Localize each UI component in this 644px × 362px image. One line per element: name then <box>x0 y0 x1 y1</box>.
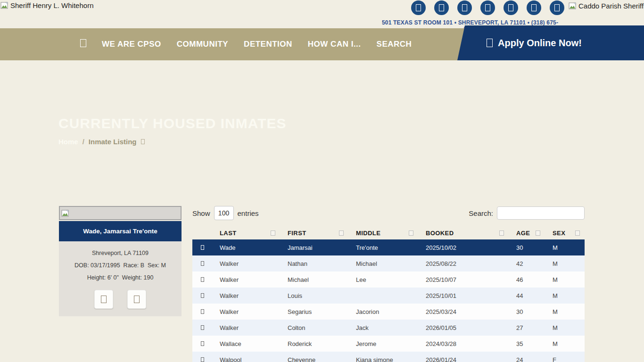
inmate-photo-placeholder <box>59 206 182 220</box>
inmate-dob-race-sex: DOB: 03/17/1995 Race: B Sex: M <box>59 259 182 272</box>
column-header-age[interactable]: AGE <box>509 230 545 237</box>
missing-glyph-icon <box>531 4 537 11</box>
page: Sheriff Henry L. Whitehorn Caddo Parish … <box>0 0 644 362</box>
social-icon-5[interactable] <box>504 0 518 15</box>
column-header-last[interactable]: LAST <box>212 230 280 237</box>
entries-label: entries <box>238 209 259 217</box>
row-expand-icon[interactable] <box>192 309 212 314</box>
page-length-select[interactable]: 100 <box>214 206 234 220</box>
table-row[interactable]: WalkerLouis2025/10/0144M <box>192 288 585 304</box>
column-header-first[interactable]: FIRST <box>280 230 348 237</box>
cell-middle: Jerome <box>348 340 418 347</box>
table-row[interactable]: WallaceRoderickJerome2024/03/2835M <box>192 336 585 352</box>
cell-sex: M <box>545 276 585 283</box>
cell-last: Walker <box>212 324 280 331</box>
social-icon-3[interactable] <box>457 0 472 15</box>
cell-last: Walker <box>212 276 280 283</box>
inmate-table-body: WadeJamarsaiTre'onte2025/10/0230MWalkerN… <box>192 239 585 362</box>
cell-last: Walpool <box>212 356 280 362</box>
column-header-booked[interactable]: BOOKED <box>418 230 509 237</box>
row-expand-icon[interactable] <box>192 357 212 362</box>
social-icon-2[interactable] <box>434 0 449 15</box>
sheriff-logo-link[interactable]: Sheriff Henry L. Whitehorn <box>0 1 93 9</box>
cell-booked: 2025/03/24 <box>418 308 509 315</box>
apply-online-button[interactable]: Apply Online Now! <box>457 25 644 60</box>
cell-middle: Lee <box>348 276 418 283</box>
cell-first: Nathan <box>280 260 348 267</box>
nav-item-how-can-i[interactable]: HOW CAN I... <box>308 40 361 49</box>
social-icon-6[interactable] <box>527 0 541 15</box>
missing-glyph-icon <box>201 309 204 314</box>
cell-age: 27 <box>509 324 545 331</box>
table-row[interactable]: WalkerMichaelLee2025/10/0746M <box>192 272 585 288</box>
social-icon-4[interactable] <box>480 0 495 15</box>
cell-sex: F <box>545 356 585 362</box>
breadcrumb-home-link[interactable]: Home <box>58 138 78 146</box>
social-icon-7[interactable] <box>550 0 564 15</box>
cell-age: 35 <box>509 340 545 347</box>
row-expand-icon[interactable] <box>192 261 212 266</box>
table-row[interactable]: WalkerColtonJack2026/01/0527M <box>192 320 585 336</box>
missing-glyph-icon <box>508 4 513 11</box>
nav-item-detention[interactable]: DETENTION <box>244 40 292 49</box>
breadcrumb-current: Inmate Listing <box>89 138 137 146</box>
cell-age: 30 <box>509 244 545 251</box>
inmate-action-button-2[interactable] <box>127 290 146 309</box>
cell-first: Segarius <box>280 308 348 315</box>
table-row[interactable]: WalpoolCheyenneKiana simone2026/01/2424F <box>192 352 585 362</box>
missing-glyph-icon <box>201 261 204 266</box>
table-row[interactable]: WadeJamarsaiTre'onte2025/10/0230M <box>192 239 585 255</box>
social-links <box>411 0 564 15</box>
table-header: LAST FIRST MIDDLE BOOKED AGE SEX <box>192 226 585 239</box>
page-length-control: Show 100 entries <box>192 206 259 220</box>
search-label: Search: <box>469 209 493 217</box>
row-expand-icon[interactable] <box>192 341 212 346</box>
column-header-middle[interactable]: MIDDLE <box>348 230 418 237</box>
inmate-action-button-1[interactable] <box>94 290 113 309</box>
nav-item-we-are-cpso[interactable]: WE ARE CPSO <box>102 40 161 49</box>
sort-icon <box>536 230 540 236</box>
row-expand-icon[interactable] <box>192 293 212 298</box>
cell-age: 24 <box>509 356 545 362</box>
cell-booked: 2026/01/05 <box>418 324 509 331</box>
cell-middle: Jack <box>348 324 418 331</box>
inmate-location: Shreveport, LA 71109 <box>59 247 182 259</box>
missing-glyph-icon <box>201 277 204 282</box>
missing-glyph-icon <box>80 39 86 47</box>
missing-glyph-icon <box>201 341 204 346</box>
sort-icon <box>409 230 413 236</box>
cell-booked: 2024/03/28 <box>418 340 509 347</box>
nav-item-community[interactable]: COMMUNITY <box>177 40 228 49</box>
table-row[interactable]: WalkerNathanMichael2025/08/2242M <box>192 255 585 272</box>
missing-glyph-icon <box>201 357 204 362</box>
cell-sex: M <box>545 244 585 251</box>
caddo-parish-logo-link[interactable]: Caddo Parish Sheriff <box>569 2 644 10</box>
cell-sex: M <box>545 308 585 315</box>
main-navbar: WE ARE CPSO COMMUNITY DETENTION HOW CAN … <box>0 28 644 60</box>
cell-middle: Michael <box>348 260 418 267</box>
home-icon[interactable] <box>80 39 86 49</box>
breadcrumb: Home / Inmate Listing <box>58 138 145 146</box>
inmate-height-weight: Height: 6' 0" Weight: 190 <box>59 272 182 284</box>
breadcrumb-separator: / <box>83 138 84 146</box>
page-title: CURRENTLY HOUSED INMATES <box>58 115 287 132</box>
sort-icon <box>339 230 344 236</box>
row-expand-icon[interactable] <box>192 325 212 330</box>
broken-image-icon <box>569 2 577 10</box>
table-row[interactable]: WalkerSegariusJacorion2025/03/2430M <box>192 304 585 320</box>
social-icon-1[interactable] <box>411 0 426 15</box>
column-header-sex[interactable]: SEX <box>545 230 585 237</box>
inmate-table-area: Show 100 entries Search: LAST FIRST MIDD… <box>192 206 585 362</box>
cell-age: 44 <box>509 292 545 299</box>
broken-image-icon <box>0 2 9 9</box>
cell-last: Wallace <box>212 340 280 347</box>
row-expand-icon[interactable] <box>192 245 212 250</box>
missing-glyph-icon <box>554 4 560 11</box>
cell-last: Walker <box>212 308 280 315</box>
nav-item-search[interactable]: SEARCH <box>377 40 412 49</box>
document-icon <box>487 39 493 47</box>
missing-glyph-icon <box>416 4 421 11</box>
missing-glyph-icon <box>201 293 204 298</box>
search-input[interactable] <box>497 206 585 220</box>
row-expand-icon[interactable] <box>192 277 212 282</box>
